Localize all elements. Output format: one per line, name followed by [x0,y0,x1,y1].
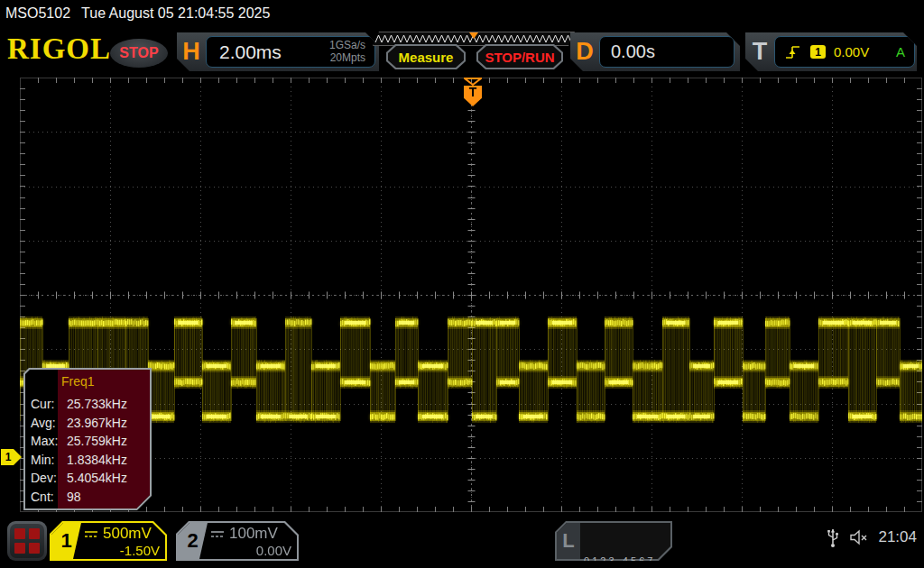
run-state-badge[interactable]: STOP [110,39,168,68]
measurement-row-label: Dev: [31,471,61,485]
channel1-tab[interactable]: 1 500mV -1.50V [50,521,167,561]
clock-label: 21:04 [878,528,917,546]
channel1-scale: 500mV [103,525,152,543]
channel2-scale: 100mV [229,525,278,543]
measurement-row-label: Max: [31,434,61,448]
dc-coupling-icon [210,529,225,538]
measurement-popup[interactable]: Freq1 Cur: 25.733kHz Avg: 23.967kHz Max:… [23,368,152,510]
trigger-position-marker-label: T [469,85,477,99]
horizontal-label: H [177,38,206,66]
measurement-row-label: Avg: [31,416,61,430]
run-state-label: STOP [119,45,158,61]
horizontal-settings-box[interactable]: H 2.00ms 1GSa/s 20Mpts [177,32,379,71]
waveform-preview-strip[interactable] [373,32,575,46]
measurement-row-value: 5.4054kHz [61,471,127,485]
channel1-ground-marker[interactable]: 1 [1,449,22,465]
timebase-value: 2.00ms [207,41,329,63]
channel2-offset: 0.00V [210,543,291,558]
memory-depth: 20Mpts [329,52,365,65]
logic-label: L [557,523,580,559]
dc-coupling-icon [84,529,98,538]
channel1-offset: -1.50V [84,543,160,558]
measurement-row: Dev: 5.4054kHz [31,469,146,488]
measurement-row-label: Cur: [31,397,61,411]
measurement-row: Avg: 23.967kHz [31,414,146,433]
trigger-sweep-mode: A [896,44,905,60]
stop-run-button[interactable]: STOP/RUN [476,44,563,69]
trigger-position-outline-icon[interactable] [464,78,482,86]
delay-value: 0.00s [600,41,655,62]
trigger-level-value: 0.00V [834,44,888,60]
channel2-tab[interactable]: 2 100mV 0.00V [176,521,299,561]
menu-grid-icon[interactable] [7,521,47,561]
waveform-display[interactable] [20,78,922,512]
measurement-row-value: 25.759kHz [61,434,127,448]
delay-box[interactable]: 0.00s [599,36,735,68]
delay-label: D [570,38,599,66]
header-bar: RIGOL STOP H 2.00ms 1GSa/s 20Mpts Measur… [0,27,924,77]
channel1-ground-marker-label: 1 [5,451,12,463]
oscilloscope-screen: MSO5102 Tue August 05 21:04:55 2025 RIGO… [0,0,924,568]
trigger-settings-box[interactable]: T 1 0.00V A [745,32,917,71]
measurement-title: Freq1 [61,374,95,389]
measurement-row-value: 98 [61,490,81,504]
bottom-status-bar: 1 500mV -1.50V 2 [0,518,924,568]
measurement-row-value: 23.967kHz [61,416,127,430]
usb-icon [826,526,840,549]
model-name: MSO5102 [5,5,70,22]
speaker-muted-icon[interactable] [849,529,869,545]
stop-run-button-label: STOP/RUN [485,50,554,65]
datetime-label: Tue August 05 21:04:55 2025 [81,5,270,22]
trigger-label: T [745,38,774,66]
preview-trigger-position-icon[interactable] [469,32,478,39]
measurement-row: Max: 25.759kHz [31,432,146,451]
measurement-row: Cur: 25.733kHz [31,395,146,414]
delay-settings-box[interactable]: D 0.00s [570,32,740,71]
measurement-row: Min: 1.8384kHz [31,451,146,470]
trigger-slope-icon [784,44,802,60]
measure-button[interactable]: Measure [386,44,466,69]
measurement-row-value: 25.733kHz [61,397,127,411]
logic-row1: 0 1 2 3 4 5 6 7 [584,554,682,568]
rigol-logo: RIGOL [7,32,111,66]
measurement-row: Cnt: 98 [31,488,146,507]
measurement-row-label: Min: [31,453,61,467]
trigger-box[interactable]: 1 0.00V A [774,36,915,68]
measurement-row-value: 1.8384kHz [61,453,127,467]
timebase-box[interactable]: 2.00ms 1GSa/s 20Mpts [206,36,375,68]
measurement-row-label: Cnt: [31,490,61,504]
sample-rate: 1GSa/s [329,40,365,52]
logic-channels-tab[interactable]: L 0 1 2 3 4 5 6 7 8 9 10 11 12 13 14 15 [555,521,672,561]
measure-button-label: Measure [399,50,454,65]
top-status-bar: MSO5102 Tue August 05 21:04:55 2025 [0,0,924,27]
trigger-source-badge: 1 [810,45,826,59]
